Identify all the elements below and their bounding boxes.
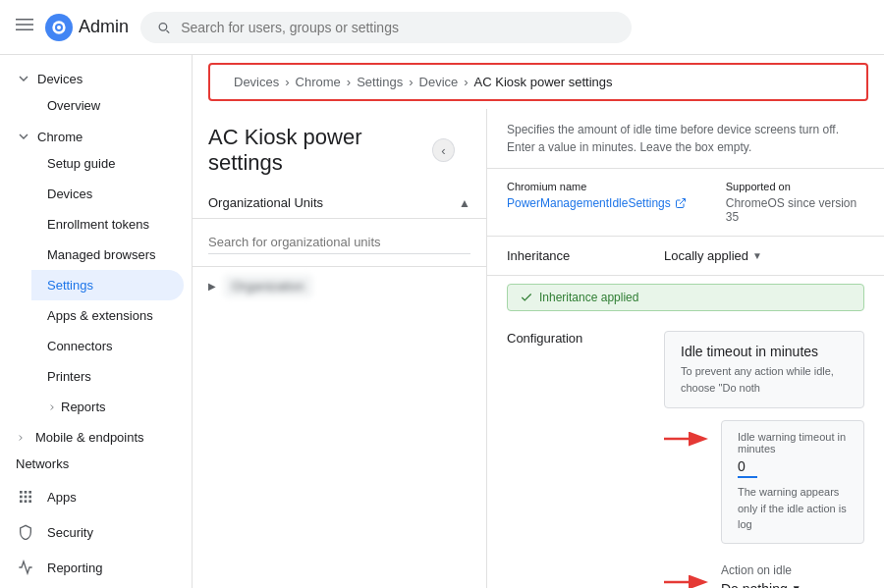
apps-extensions-label: Apps & extensions (47, 308, 153, 323)
warning-timeout-value[interactable]: 0 (738, 458, 757, 478)
menu-icon[interactable] (16, 16, 33, 38)
svg-line-18 (680, 199, 686, 205)
breadcrumb-devices[interactable]: Devices (234, 75, 279, 89)
sidebar-devices-sub: Overview (0, 90, 192, 121)
chromium-name-value[interactable]: PowerManagementIdleSettings (507, 196, 687, 210)
sidebar-item-settings[interactable]: Settings (31, 270, 184, 300)
check-icon (520, 291, 533, 304)
sidebar-item-enrollment-tokens[interactable]: Enrollment tokens (31, 209, 184, 240)
chromium-name-col: Chromium name PowerManagementIdleSetting… (507, 181, 687, 224)
content-area: Devices › Chrome › Settings › Device › A… (193, 55, 884, 588)
breadcrumb-sep-4: › (464, 75, 468, 89)
idle-timeout-box: Idle timeout in minutes To prevent any a… (664, 331, 864, 408)
content-body: AC Kiosk power settings ‹ Organizational… (193, 109, 884, 588)
desc-content: Specifies the amount of idle time before… (507, 123, 839, 154)
sidebar-item-apps-extensions[interactable]: Apps & extensions (31, 300, 184, 331)
security-icon (16, 522, 35, 542)
svg-rect-1 (16, 24, 33, 26)
sidebar-section-devices[interactable]: Devices (0, 63, 192, 90)
sidebar-item-reports[interactable]: Reports (31, 392, 184, 422)
action-on-idle-row: Action on idle Do nothing ▼ (664, 563, 864, 589)
apps-icon (16, 487, 35, 507)
reports-expand-icon (47, 402, 57, 412)
breadcrumb-active: AC Kiosk power settings (474, 75, 613, 89)
sidebar-item-printers[interactable]: Printers (31, 361, 184, 392)
warning-timeout-row: Idle warning timeout in minutes 0 The wa… (664, 420, 864, 554)
svg-rect-6 (20, 491, 23, 494)
idle-timeout-title: Idle timeout in minutes (681, 344, 848, 359)
inheritance-applied-badge: Inheritance applied (507, 284, 864, 311)
setup-guide-label: Setup guide (47, 156, 115, 171)
org-item-root[interactable]: ▶ Organization (193, 267, 486, 305)
sidebar-item-security[interactable]: Security (0, 514, 184, 550)
overview-label: Overview (47, 98, 100, 113)
svg-rect-8 (28, 491, 31, 494)
security-label: Security (47, 525, 93, 540)
org-units-header: Organizational Units ▲ (193, 187, 486, 219)
breadcrumb-chrome[interactable]: Chrome (296, 75, 341, 89)
sidebar-item-apps[interactable]: Apps (0, 479, 184, 514)
red-arrow-1 (664, 420, 713, 454)
reporting-label: Reporting (47, 561, 102, 575)
search-org-container (193, 219, 486, 267)
search-org-input[interactable] (208, 231, 470, 254)
svg-rect-10 (25, 496, 28, 499)
connectors-label: Connectors (47, 339, 112, 353)
supported-on-col: Supported on ChromeOS since version 35 (726, 181, 864, 224)
sidebar-item-devices[interactable]: Devices (31, 179, 184, 209)
svg-rect-7 (25, 491, 28, 494)
idle-timeout-desc: To prevent any action while idle, choose… (681, 363, 848, 396)
mobile-expand-icon (16, 433, 26, 443)
inheritance-value: Locally applied (664, 248, 748, 263)
svg-rect-9 (20, 496, 23, 499)
svg-rect-2 (16, 29, 33, 31)
description-text: Specifies the amount of idle time before… (487, 109, 884, 169)
action-idle-container: Action on idle Do nothing ▼ (721, 563, 864, 589)
search-input[interactable] (181, 20, 616, 35)
sidebar-item-networks[interactable]: Networks (0, 449, 184, 479)
breadcrumb-settings[interactable]: Settings (357, 75, 403, 89)
devices-item-label: Devices (47, 187, 92, 201)
sidebar-chrome-sub: Setup guide Devices Enrollment tokens Ma… (0, 148, 192, 422)
search-icon (156, 20, 171, 35)
action-on-idle-value[interactable]: Do nothing ▼ (721, 581, 864, 589)
sidebar-item-reporting[interactable]: Reporting (0, 550, 184, 585)
org-units-title: Organizational Units (208, 195, 323, 210)
action-dropdown-arrow: ▼ (792, 583, 801, 588)
warning-timeout-desc: The warning appears only if the idle act… (738, 484, 848, 533)
collapse-button[interactable]: ‹ (432, 138, 455, 162)
sidebar-item-connectors[interactable]: Connectors (31, 331, 184, 361)
arrow-indicator-1 (664, 424, 713, 454)
sidebar-section-mobile[interactable]: Mobile & endpoints (0, 422, 192, 449)
sidebar-item-setup-guide[interactable]: Setup guide (31, 148, 184, 179)
action-on-idle-label: Action on idle (721, 563, 864, 577)
breadcrumb-device[interactable]: Device (419, 75, 459, 89)
reports-label: Reports (61, 400, 106, 414)
networks-label: Networks (16, 456, 69, 471)
left-panel: AC Kiosk power settings ‹ Organizational… (193, 109, 487, 588)
svg-rect-0 (16, 19, 33, 21)
sidebar-item-managed-browsers[interactable]: Managed browsers (31, 240, 184, 270)
supported-on-label: Supported on (726, 181, 864, 192)
reporting-icon (16, 558, 35, 577)
inheritance-dropdown-arrow: ▼ (752, 250, 762, 261)
inheritance-applied-text: Inheritance applied (539, 291, 638, 304)
app-title: Admin (79, 17, 129, 37)
svg-rect-11 (28, 496, 31, 499)
sidebar-item-overview[interactable]: Overview (31, 90, 184, 121)
svg-rect-14 (28, 500, 31, 503)
external-link-icon (675, 197, 687, 209)
configuration-content: Idle timeout in minutes To prevent any a… (664, 331, 864, 588)
breadcrumb-sep-1: › (285, 75, 289, 89)
svg-rect-13 (25, 500, 28, 503)
breadcrumb: Devices › Chrome › Settings › Device › A… (208, 63, 868, 101)
sidebar-section-chrome[interactable]: Chrome (0, 121, 192, 148)
svg-rect-12 (20, 500, 23, 503)
org-units-toggle[interactable]: ▲ (459, 196, 470, 210)
inheritance-dropdown[interactable]: Locally applied ▼ (664, 248, 864, 263)
expand-icon (16, 71, 31, 86)
inheritance-row: Inheritance Locally applied ▼ (487, 237, 884, 276)
search-bar[interactable] (140, 12, 632, 43)
sidebar-devices-label: Devices (37, 72, 83, 86)
settings-label: Settings (47, 278, 93, 293)
